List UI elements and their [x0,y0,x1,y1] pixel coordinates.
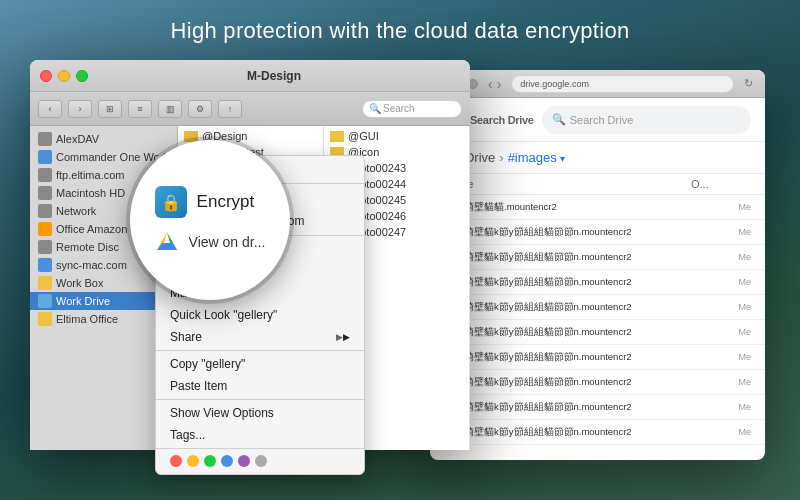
table-row[interactable]: 騎壁貓k節y節組組貓節節n.mountencr2 Me [430,320,765,345]
gdrive-column-header: Name O... [430,174,765,195]
menu-item-quick-look[interactable]: Quick Look "gellery" [156,304,364,326]
list-item[interactable]: @GUI [324,128,469,144]
share-button[interactable]: ↑ [218,100,242,118]
table-row[interactable]: 騎壁貓k節y節組組貓節節n.mountencr2 Me [430,220,765,245]
file-owner: Me [701,427,751,437]
maximize-button[interactable] [76,70,88,82]
file-name: photo00245 [348,194,463,206]
table-row[interactable]: 騎壁貓k節y節組組貓節節n.mountencr2 Me [430,270,765,295]
file-name: photo00244 [348,178,463,190]
svg-marker-2 [157,243,177,250]
action-button[interactable]: ⚙ [188,100,212,118]
gdrive-titlebar: ‹ › drive.google.com ↻ [430,70,765,98]
file-owner: Me [701,352,751,362]
search-icon: 🔍 [369,103,381,114]
search-box[interactable]: 🔍 Search [362,100,462,118]
forward-button[interactable]: › [68,100,92,118]
breadcrumb-current[interactable]: #images ▾ [508,150,566,165]
search-placeholder: Search [383,103,415,114]
table-row[interactable]: 騎壁貓k節y節組組貓節節n.mountencr2 Me [430,420,765,445]
table-row[interactable]: 騎壁貓貓.mountencr2 Me [430,195,765,220]
back-button[interactable]: ‹ [38,100,62,118]
paste-label: Paste Item [170,379,350,393]
file-name: photo00246 [348,210,463,222]
headline: High protection with the cloud data encr… [0,18,800,44]
file-name: 騎壁貓貓.mountencr2 [464,201,695,214]
gdrive-url-text: drive.google.com [520,79,589,89]
finder-title: M-Design [88,69,460,83]
share-label: Share [170,330,336,344]
chevron-down-icon: ▾ [560,153,565,164]
drive-icon [38,168,52,182]
sidebar-item-label: Commander One Work [56,151,169,163]
view-icon-button[interactable]: ⊞ [98,100,122,118]
menu-item-tags[interactable]: Tags... [156,424,364,446]
menu-item-paste[interactable]: Paste Item [156,375,364,397]
gdrive-nav: ‹ › [488,76,501,92]
menu-separator [156,399,364,400]
show-view-options-label: Show View Options [170,406,350,420]
file-name: 騎壁貓k節y節組組貓節節n.mountencr2 [464,426,695,439]
sidebar-item-label: Work Box [56,277,103,289]
col-name-header: Name [444,178,683,190]
magnify-circle: 🔒 Encrypt View on dr... [130,140,290,300]
chevron-right-icon: ▶ [336,332,343,342]
sidebar-item-label: sync-mac.com [56,259,127,271]
gdrive-app-bar: Search Drive 🔍 Search Drive [430,98,765,142]
file-owner: Me [701,377,751,387]
gdrive-url-bar[interactable]: drive.google.com [511,75,734,93]
color-tag-green[interactable] [204,455,216,467]
file-owner: Me [701,402,751,412]
finder-toolbar: ‹ › ⊞ ≡ ▥ ⚙ ↑ 🔍 Search [30,92,470,126]
table-row[interactable]: 騎壁貓k節y節組組貓節節n.mountencr2 Me [430,345,765,370]
file-name: 騎壁貓k節y節組組貓節節n.mountencr2 [464,351,695,364]
table-row[interactable]: 騎壁貓k節y節組組貓節節n.mountencr2 Me [430,295,765,320]
folder-icon [38,312,52,326]
sidebar-item-label: Macintosh HD [56,187,125,199]
hd-icon [38,186,52,200]
menu-item-copy[interactable]: Copy "gellery" [156,353,364,375]
gdrive-icon-magnified [155,230,179,254]
network-icon [38,204,52,218]
view-list-button[interactable]: ≡ [128,100,152,118]
sidebar-item-alexdav[interactable]: AlexDAV [30,130,177,148]
search-icon: 🔍 [552,113,566,126]
tags-label: Tags... [170,428,350,442]
viewon-label-magnified: View on dr... [189,234,266,250]
file-owner: Me [701,252,751,262]
amazon-icon [38,222,52,236]
gdrive-file-list: 騎壁貓貓.mountencr2 Me 騎壁貓k節y節組組貓節節n.mounten… [430,195,765,460]
magnify-content: 🔒 Encrypt View on dr... [135,176,286,264]
color-tags-row [156,451,364,471]
menu-item-share[interactable]: Share ▶ [156,326,364,348]
file-name: 騎壁貓k節y節組組貓節節n.mountencr2 [464,326,695,339]
back-arrow-icon[interactable]: ‹ [488,76,493,92]
file-owner: Me [701,277,751,287]
menu-item-show-view-options[interactable]: Show View Options [156,402,364,424]
refresh-icon[interactable]: ↻ [744,77,753,90]
file-name: photo00243 [348,162,463,174]
table-row[interactable]: 騎壁貓k節y節組組貓節節n.mountencr2 Me [430,395,765,420]
menu-separator [156,350,364,351]
view-column-button[interactable]: ▥ [158,100,182,118]
menu-separator [156,448,364,449]
breadcrumb-current-text: #images [508,150,557,165]
gdrive-search-field[interactable]: 🔍 Search Drive [542,106,751,134]
file-owner: Me [701,227,751,237]
disc-icon [38,240,52,254]
color-tag-purple[interactable] [238,455,250,467]
color-tag-yellow[interactable] [187,455,199,467]
table-row[interactable]: 騎壁貓k節y節組組貓節節n.mountencr2 Me [430,245,765,270]
color-tag-blue[interactable] [221,455,233,467]
color-tag-red[interactable] [170,455,182,467]
folder-icon [330,131,344,142]
close-button[interactable] [40,70,52,82]
table-row[interactable]: 騎壁貓k節y節組組貓節節n.mountencr2 Me [430,370,765,395]
sidebar-item-label: Network [56,205,96,217]
minimize-button[interactable] [58,70,70,82]
forward-arrow-icon[interactable]: › [497,76,502,92]
drive-icon [38,132,52,146]
color-tag-gray[interactable] [255,455,267,467]
file-name: @icon [348,146,463,158]
file-name: 騎壁貓k節y節組組貓節節n.mountencr2 [464,276,695,289]
